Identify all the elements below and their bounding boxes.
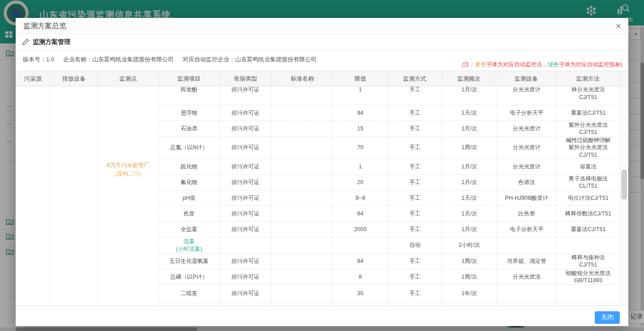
column-header: 监测方式 (388, 71, 442, 86)
cell-item: 石油类 (159, 121, 219, 136)
cell-method: 重量法CJ/T51 (557, 105, 619, 120)
cell-device (497, 285, 557, 302)
table-row: 氟化物排污许可证20手工1月/次色谱法离子选择电极法 CL/T51 (159, 175, 619, 190)
column-header: 排放设备 (51, 71, 98, 86)
table-header-row: 污染源排放设备监测点监测项目依据类型标准名称限值监测方式监测频次监测设备监测方法 (16, 71, 628, 86)
table-row: pH值排污许可证9--6手工1天/次PH-HJ90B酸度计电位计法CJ/T51 (159, 190, 619, 206)
cell-limit: 1 (333, 86, 388, 105)
section-title: 监测方案管理 (33, 38, 70, 46)
cell-limit: 9--6 (333, 190, 388, 206)
cell-mode: 手工 (388, 175, 442, 190)
table-row: 全盐量排污许可证2000手工1月/次电子分析天平重量法CJ/T51 (159, 222, 619, 237)
cell-basis (219, 237, 272, 253)
cell-monitor-point: 6万方污水处理厂 (晨鸣二污) (98, 86, 159, 305)
cell-standard (272, 285, 333, 302)
cell-item: 硫化物 (159, 159, 219, 174)
auto-company-field: 对应自动监控企业：山东晨鸣纸业集团股份有限公司 (183, 56, 317, 64)
cell-method (557, 237, 619, 253)
cell-basis: 排污许可证 (219, 285, 272, 302)
table-scrollbar[interactable] (619, 86, 628, 305)
cell-limit: 70 (333, 137, 388, 159)
cell-standard (272, 206, 333, 221)
cell-freq: 1天/次 (442, 105, 497, 120)
cell-item: 总磷（以P计） (159, 269, 219, 284)
cell-item: 悬浮物 (159, 105, 219, 120)
cell-basis: 排污许可证 (219, 159, 272, 174)
column-header: 标准名称 (272, 71, 333, 86)
cell-freq: 1周/次 (442, 269, 497, 284)
cell-standard (272, 159, 333, 174)
table-row: 流量 (小时流量)自动2小时/次 (159, 237, 619, 254)
cell-freq: 1月/次 (442, 159, 497, 174)
cell-limit: 2000 (333, 222, 388, 237)
table-scrollbar-thumb[interactable] (621, 169, 627, 200)
cell-standard (272, 121, 333, 136)
cell-standard (272, 175, 333, 190)
version-field: 版本号：1.0 (23, 56, 54, 64)
cell-mode: 手工 (388, 137, 442, 159)
table-row: 总氮（以N计）排污许可证70手工1周/次分光光度计碱性过硫酸钾消解 紫外分光光度… (159, 137, 619, 159)
cell-mode: 手工 (388, 285, 442, 302)
cell-mode: 手工 (388, 86, 442, 105)
cell-standard (272, 137, 333, 159)
cell-basis: 排污许可证 (219, 206, 272, 221)
cell-device: 培养箱、滴定管 (497, 254, 557, 269)
cell-mode: 手工 (388, 105, 442, 120)
cell-mode: 手工 (388, 206, 442, 221)
modal-footer: 关闭 (16, 305, 628, 326)
cell-basis: 排污许可证 (219, 222, 272, 237)
cell-basis: 排污许可证 (219, 86, 272, 105)
cell-standard (272, 105, 333, 120)
cell-mode: 手工 (388, 222, 442, 237)
cell-item: 五日生化需氧量 (159, 254, 219, 269)
cell-device: 电子分析天平 (497, 105, 557, 120)
cell-device (497, 237, 557, 253)
cell-discharge-device (51, 86, 98, 305)
info-row: 版本号：1.0 企业名称：山东晨鸣纸业集团股份有限公司 对应自动监控企业：山东晨… (16, 51, 628, 71)
cell-item: 二噁英 (159, 285, 219, 302)
cell-basis: 排污许可证 (219, 190, 272, 206)
cell-item: 总氮（以N计） (159, 137, 219, 159)
table-row: 石油类排污许可证15手工1月/次分光光度计紫外分光光度法 CJ/T51 (159, 121, 619, 137)
cell-method: 稀释与接种法 CJ/T51 (557, 254, 619, 269)
column-header: 监测点 (98, 71, 159, 86)
cell-basis: 排污许可证 (219, 269, 272, 284)
table-rows: 挥发酚排污许可证1手工1月/次分光光度计蒸馏后4-氨基安替比 林分光光度法 CJ… (159, 86, 619, 305)
cell-freq: 1年/次 (442, 285, 497, 302)
cell-mode: 手工 (388, 121, 442, 136)
monitor-point-alias: (晨鸣二污) (107, 170, 149, 178)
cell-item: 色度 (159, 206, 219, 221)
cell-standard (272, 269, 333, 284)
cell-standard (272, 254, 333, 269)
cell-freq: 1周/次 (442, 137, 497, 159)
cell-freq: 1月/次 (442, 175, 497, 190)
cell-basis: 排污许可证 (219, 105, 272, 120)
cell-mode: 自动 (388, 237, 442, 253)
cell-basis: 排污许可证 (219, 137, 272, 159)
cell-mode: 手工 (388, 254, 442, 269)
table-row: 挥发酚排污许可证1手工1月/次分光光度计蒸馏后4-氨基安替比 林分光光度法 CJ… (159, 86, 619, 105)
cell-freq: 1天/次 (442, 206, 497, 221)
close-button[interactable]: 关闭 (595, 311, 620, 324)
cell-freq: 2小时/次 (442, 237, 497, 253)
cell-freq: 1月/次 (442, 222, 497, 237)
cell-standard (272, 222, 333, 237)
cell-limit: 30 (333, 285, 388, 302)
pen-icon (22, 39, 29, 46)
cell-device: 分光光度计 (497, 137, 557, 159)
monitor-point-name: 6万方污水处理厂 (107, 161, 149, 170)
column-header: 监测频次 (442, 71, 496, 86)
cell-freq: 1天/次 (442, 190, 497, 206)
cell-freq: 1月/次 (442, 86, 497, 105)
cell-freq: 1月/次 (442, 121, 497, 136)
cell-device: 分光光度计 (497, 159, 557, 174)
cell-freq: 1周/次 (442, 254, 497, 269)
column-header: 污染源 (16, 71, 51, 86)
cell-standard (272, 86, 333, 105)
cell-mode: 手工 (388, 269, 442, 284)
cell-limit: 1 (333, 159, 388, 174)
close-icon[interactable]: × (616, 20, 621, 32)
cell-device: 分光光度法 (497, 269, 557, 284)
column-header: 依据类型 (219, 71, 272, 86)
section-header: 监测方案管理 (16, 34, 628, 51)
